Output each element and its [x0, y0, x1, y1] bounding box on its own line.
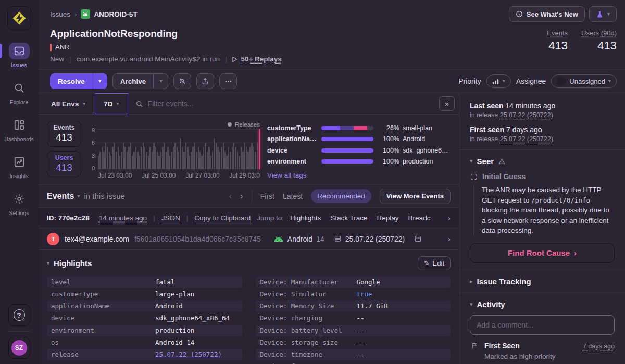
histogram-bar	[226, 156, 227, 169]
priority-dropdown[interactable]: ▾	[486, 74, 511, 88]
issue-tracking-toggle[interactable]: ▸ Issue Tracking	[470, 277, 615, 286]
view-more-events-button[interactable]: View More Events	[380, 189, 451, 204]
archive-dropdown-button[interactable]: ▾	[154, 73, 168, 89]
activity-item-row: First Seen 7 days ago	[484, 342, 615, 350]
sidebar-item-settings[interactable]: Settings	[0, 190, 38, 217]
issues-icon	[9, 43, 30, 59]
sentry-logo[interactable]	[7, 6, 31, 30]
latest-event-link[interactable]: Latest	[283, 192, 303, 200]
comment-input[interactable]	[470, 315, 615, 335]
last-seen-block: Last seen 14 minutes ago in release 25.0…	[470, 102, 615, 119]
stat-boxes: Events 413 Users 413	[47, 121, 81, 179]
highlights-header: ▾ Highlights ✎ Edit	[47, 256, 451, 270]
last-seen-release-link[interactable]: 25.07.22 (250722)	[500, 111, 553, 119]
recommended-event-link[interactable]: Recommended	[311, 189, 371, 203]
tag-bar[interactable]	[321, 148, 373, 153]
jump-links: HighlightsStack TraceReplayBreadc	[290, 214, 430, 222]
event-time-ago[interactable]: 14 minutes ago	[99, 214, 147, 222]
histogram-bar	[164, 143, 165, 169]
histogram-bar	[241, 147, 242, 169]
sidebar-item-explore[interactable]: Explore	[0, 79, 38, 106]
user-menu-button[interactable]: SZ	[8, 337, 30, 359]
view-all-tags-link[interactable]: View all tags	[267, 171, 307, 179]
next-event-button[interactable]: ›	[240, 191, 243, 202]
share-button[interactable]	[196, 73, 214, 89]
histogram-bar	[219, 152, 220, 169]
help-button[interactable]: ?	[8, 304, 30, 326]
first-seen-release-link[interactable]: 25.07.22 (250722)	[500, 135, 553, 143]
tag-bar[interactable]	[321, 137, 373, 141]
date-range-label: 7D	[104, 100, 113, 108]
expand-event-context-button[interactable]: ›	[448, 234, 451, 243]
sidebar-item-issues[interactable]: Issues	[0, 42, 38, 69]
lab-features-button[interactable]: ▾	[589, 6, 617, 22]
jump-link-breadc[interactable]: Breadc	[408, 214, 431, 222]
users-stat-label[interactable]: Users (90d)	[581, 29, 617, 37]
highlight-value: true	[357, 290, 447, 299]
histogram-bar	[251, 143, 252, 169]
jump-links-scroll-button[interactable]: ›	[448, 214, 451, 222]
resolve-dropdown-button[interactable]: ▾	[93, 73, 107, 89]
prev-event-button[interactable]: ‹	[229, 191, 232, 202]
assignee-dropdown[interactable]: Unassigned ▾	[551, 74, 617, 88]
breadcrumb-issues[interactable]: Issues	[50, 10, 70, 18]
highlight-value[interactable]: 25.07.22 (250722)	[155, 350, 238, 359]
first-seen-block: First seen 7 days ago in release 25.07.2…	[470, 125, 615, 143]
resolve-button[interactable]: Resolve	[50, 73, 93, 89]
event-release[interactable]: 25.07.22 (250722)	[345, 235, 405, 243]
jump-to-label: Jump to:	[257, 214, 284, 222]
chevron-right-icon: ›	[574, 248, 577, 257]
activity-toggle[interactable]: ▾ Activity	[470, 300, 615, 309]
sidebar-item-dashboards[interactable]: Dashboards	[0, 116, 38, 143]
event-id-row: ID: 770e2c28 14 minutes ago | JSON | Cop…	[39, 207, 459, 228]
archive-button[interactable]: Archive	[113, 73, 154, 89]
user-email[interactable]: tex4@example.com	[65, 235, 129, 243]
whats-new-button[interactable]: See What's New	[509, 6, 585, 22]
json-link[interactable]: JSON	[161, 214, 180, 222]
users-count-box[interactable]: Users 413	[47, 151, 81, 177]
highlight-key: os	[51, 338, 155, 347]
priority-label: Priority	[458, 77, 481, 85]
histogram-bars	[98, 129, 258, 169]
breadcrumb-project[interactable]: ANDROID-5T	[94, 10, 137, 18]
first-event-link[interactable]: First	[260, 192, 274, 200]
tag-bar[interactable]	[321, 159, 373, 164]
os-name: Android	[288, 235, 312, 243]
histogram-bar	[99, 152, 101, 169]
sidebar-divider	[8, 331, 30, 332]
more-actions-button[interactable]: ⋯	[219, 73, 237, 89]
in-release-label: in release	[470, 135, 498, 143]
replays-link[interactable]: 50+ Replays	[232, 55, 281, 63]
histogram-bar	[182, 147, 183, 169]
tag-key: device	[267, 147, 321, 154]
tag-bar-segment	[321, 159, 373, 164]
jump-link-stack-trace[interactable]: Stack Trace	[330, 214, 367, 222]
mute-button[interactable]	[173, 73, 191, 89]
highlights-toggle[interactable]: ▾ Highlights	[47, 259, 92, 268]
events-count-box[interactable]: Events 413	[47, 121, 81, 147]
find-root-cause-button[interactable]: Find Root Cause ›	[470, 243, 615, 263]
highlight-key: Device: battery_level	[260, 326, 357, 335]
histogram-bar	[107, 147, 108, 169]
histogram-bar	[119, 156, 120, 169]
users-stat-value: 413	[597, 39, 617, 53]
sidebar-item-insights[interactable]: Insights	[0, 153, 38, 180]
jump-link-highlights[interactable]: Highlights	[290, 214, 321, 222]
highlight-value: --	[357, 338, 447, 347]
events-stat-label[interactable]: Events	[547, 29, 568, 37]
environments-dropdown[interactable]: All Envs ▾	[39, 93, 95, 114]
search-input[interactable]	[148, 99, 432, 108]
tag-bar[interactable]	[321, 126, 373, 130]
copy-to-clipboard-link[interactable]: Copy to Clipboard	[194, 214, 251, 222]
jump-link-replay[interactable]: Replay	[377, 214, 399, 222]
histogram-bar	[183, 152, 184, 169]
edit-highlights-button[interactable]: ✎ Edit	[418, 256, 451, 270]
seer-section-toggle[interactable]: ▾ Seer	[470, 157, 615, 166]
releases-legend-label[interactable]: Releases	[235, 121, 260, 128]
events-dropdown[interactable]: Events ▾	[47, 192, 80, 201]
date-range-dropdown[interactable]: 7D ▾	[95, 93, 128, 114]
upload-icon	[201, 77, 209, 85]
activity-connector	[477, 335, 477, 342]
activity-item-time[interactable]: 7 days ago	[583, 343, 615, 350]
collapse-sidebar-button[interactable]: »	[439, 96, 455, 111]
